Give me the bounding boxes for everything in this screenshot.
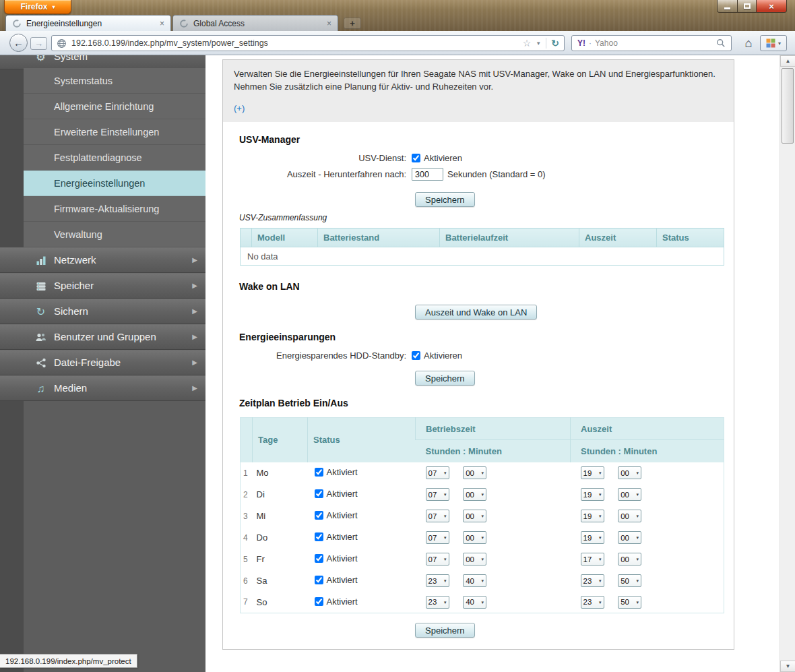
scrollbar-thumb[interactable] — [782, 68, 794, 144]
sidebar-item-energieeinstellungen[interactable]: Energieeinstellungen — [24, 171, 205, 196]
on-minute-select[interactable]: 40▾ — [463, 574, 486, 587]
off-hour-select[interactable]: 19▾ — [581, 466, 604, 479]
close-window-button[interactable]: × — [756, 0, 787, 13]
off-minute-select[interactable]: 50▾ — [618, 596, 641, 609]
scroll-down-icon[interactable]: ▼ — [780, 661, 795, 672]
off-minute-select[interactable]: 50▾ — [618, 574, 641, 587]
sidebar-item-netzwerk[interactable]: Netzwerk ▶ — [0, 247, 205, 273]
hdd-standby-checkbox-input[interactable] — [412, 351, 420, 360]
sidebar-item-sichern[interactable]: ↻ Sichern ▶ — [0, 299, 205, 324]
sidebar-item-speicher[interactable]: Speicher ▶ — [0, 273, 205, 299]
on-minute-select[interactable]: 00▾ — [463, 510, 486, 522]
tab-global-access[interactable]: Global Access × — [172, 15, 338, 31]
on-minute-select[interactable]: 00▾ — [463, 531, 486, 544]
sidebar-item-festplattendiagnose[interactable]: Festplattendiagnose — [24, 145, 205, 171]
tab-energieeinstellungen[interactable]: Energieeinstellungen × — [5, 15, 171, 31]
sidebar-item-benutzer-und-gruppen[interactable]: Benutzer und Gruppen ▶ — [0, 324, 205, 350]
enabled-checkbox[interactable]: Aktiviert — [315, 489, 358, 499]
sidebar-item-firmware-aktualisierung[interactable]: Firmware-Aktualisierung — [24, 196, 205, 222]
on-hour-select[interactable]: 07▾ — [426, 553, 449, 566]
on-hour-select[interactable]: 07▾ — [426, 488, 449, 501]
enabled-checkbox[interactable]: Aktiviert — [315, 575, 358, 585]
caret-down-icon: ▾ — [444, 535, 447, 540]
enabled-checkbox[interactable]: Aktiviert — [315, 510, 358, 520]
search-icon[interactable] — [716, 38, 726, 48]
power-saving-save-button[interactable]: Speichern — [415, 371, 475, 386]
enabled-checkbox[interactable]: Aktiviert — [315, 597, 358, 607]
maximize-button[interactable] — [737, 0, 756, 13]
off-minute-select[interactable]: 00▾ — [618, 553, 641, 566]
enabled-checkbox-input[interactable] — [315, 576, 323, 584]
on-minute-select[interactable]: 00▾ — [463, 553, 486, 566]
off-hour-select[interactable]: 23▾ — [581, 596, 604, 609]
off-hour-select[interactable]: 19▾ — [581, 510, 604, 522]
ups-section-title: USV-Manager — [239, 134, 300, 145]
on-minute-select[interactable]: 00▾ — [463, 488, 486, 501]
ups-service-checkbox[interactable]: Aktivieren — [412, 153, 462, 163]
off-minute-select[interactable]: 00▾ — [618, 466, 641, 479]
off-minute-select[interactable]: 00▾ — [618, 510, 641, 522]
reload-icon[interactable]: ↻ — [551, 38, 559, 49]
forward-button[interactable]: → — [30, 37, 47, 50]
sidebar-item-erweiterte-einstellungen[interactable]: Erweiterte Einstellungen — [24, 119, 205, 145]
back-button[interactable]: ← — [9, 34, 28, 52]
scroll-up-icon[interactable]: ▲ — [780, 55, 795, 67]
on-hour-select[interactable]: 07▾ — [426, 466, 449, 479]
firefox-menu-button[interactable]: Firefox ▾ — [4, 0, 71, 14]
intro-text: Verwalten Sie die Energieeinstellungen f… — [234, 69, 716, 92]
wol-button[interactable]: Auszeit und Wake on LAN — [415, 305, 537, 319]
url-dropdown-icon[interactable]: ▼ — [536, 40, 541, 47]
enabled-checkbox-input[interactable] — [315, 468, 323, 477]
off-hour-select[interactable]: 19▾ — [581, 531, 604, 544]
search-field[interactable]: Y! · Yahoo — [571, 35, 732, 51]
off-hour-select[interactable]: 23▾ — [581, 574, 604, 587]
on-hour-select[interactable]: 23▾ — [426, 574, 449, 587]
select-value: 19 — [583, 534, 592, 542]
sidebar-item-verwaltung[interactable]: Verwaltung — [24, 222, 205, 247]
select-value: 07 — [428, 534, 437, 542]
url-text[interactable]: 192.168.0.199/index.php/mv_system/power_… — [71, 38, 518, 48]
address-bar[interactable]: 192.168.0.199/index.php/mv_system/power_… — [51, 35, 565, 51]
off-hour-select[interactable]: 17▾ — [581, 553, 604, 566]
schedule-save-button[interactable]: Speichern — [415, 623, 475, 638]
on-hour-select[interactable]: 07▾ — [426, 531, 449, 544]
caret-down-icon: ▾ — [482, 535, 484, 540]
enabled-checkbox-input[interactable] — [315, 511, 323, 520]
off-minute-select[interactable]: 00▾ — [618, 531, 641, 544]
enabled-checkbox-input[interactable] — [315, 597, 323, 606]
enabled-checkbox[interactable]: Aktiviert — [315, 467, 358, 477]
enabled-checkbox[interactable]: Aktiviert — [315, 553, 358, 563]
network-icon — [34, 254, 47, 267]
bookmarks-button[interactable]: ▾ — [760, 35, 787, 51]
new-tab-button[interactable]: + — [344, 18, 361, 29]
bookmark-star-icon[interactable]: ☆ — [523, 38, 532, 49]
sidebar-item-allgemeine-einrichtung[interactable]: Allgemeine Einrichtung — [24, 94, 205, 119]
select-value: 23 — [428, 598, 437, 606]
on-hour-select[interactable]: 23▾ — [426, 596, 449, 609]
on-minute-select[interactable]: 40▾ — [463, 596, 486, 609]
tab-close-icon[interactable]: × — [160, 20, 164, 28]
minimize-button[interactable] — [717, 0, 737, 13]
on-minute-select[interactable]: 00▾ — [463, 466, 486, 479]
on-hour-select[interactable]: 07▾ — [426, 510, 449, 522]
off-hour-select[interactable]: 19▾ — [581, 488, 604, 501]
expand-link[interactable]: (+) — [234, 103, 245, 113]
sidebar-item-medien[interactable]: ♫ Medien ▶ — [0, 375, 205, 401]
search-engine-label[interactable]: Yahoo — [595, 38, 713, 48]
enabled-checkbox-input[interactable] — [315, 532, 323, 541]
sidebar-item-system[interactable]: ⚙ System — [0, 55, 205, 69]
home-button[interactable]: ⌂ — [740, 35, 757, 51]
row-number: 5 — [241, 549, 253, 570]
vertical-scrollbar[interactable]: ▲ ▼ — [780, 55, 795, 672]
enabled-checkbox-input[interactable] — [315, 489, 323, 498]
sidebar-item-systemstatus[interactable]: Systemstatus — [24, 68, 205, 94]
enabled-checkbox-input[interactable] — [315, 554, 323, 563]
ups-service-checkbox-input[interactable] — [412, 154, 420, 162]
tab-close-icon[interactable]: × — [327, 20, 331, 28]
enabled-checkbox[interactable]: Aktiviert — [315, 532, 358, 542]
ups-save-button[interactable]: Speichern — [415, 192, 475, 207]
hdd-standby-checkbox[interactable]: Aktivieren — [412, 350, 462, 361]
ups-timeout-input[interactable] — [412, 168, 443, 181]
off-minute-select[interactable]: 00▾ — [618, 488, 641, 501]
sidebar-item-datei-freigabe[interactable]: Datei-Freigabe ▶ — [0, 350, 205, 375]
